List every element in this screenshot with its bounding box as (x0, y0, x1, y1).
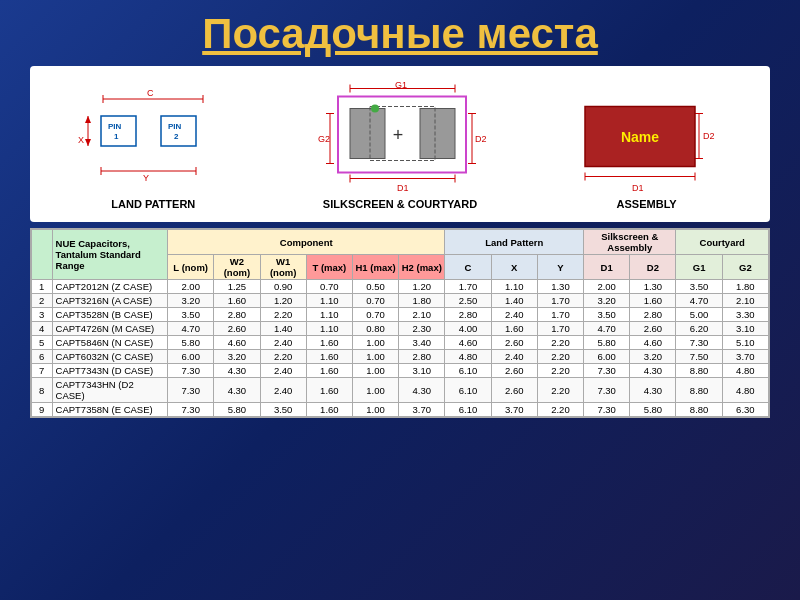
table-cell: 2.20 (537, 350, 583, 364)
table-cell: 5.10 (722, 336, 768, 350)
table-cell: 7.30 (168, 403, 214, 417)
svg-text:D1: D1 (397, 183, 409, 193)
table-cell: 0.70 (352, 308, 398, 322)
svg-text:2: 2 (174, 132, 179, 141)
th-T: T (max) (306, 255, 352, 280)
svg-text:PIN: PIN (168, 122, 182, 131)
table-cell: CAPT3528N (B CASE) (52, 308, 168, 322)
svg-text:D2: D2 (475, 134, 487, 144)
table-cell: 4.70 (584, 322, 630, 336)
diagram-section: X C PIN 1 PIN 2 (30, 66, 770, 222)
table-cell: 4.60 (630, 336, 676, 350)
table-cell: 1.70 (537, 308, 583, 322)
table-cell: 2.80 (630, 308, 676, 322)
table-cell: 1.70 (537, 294, 583, 308)
table-cell: 1.80 (722, 280, 768, 294)
th-H2: H2 (max) (399, 255, 445, 280)
table-cell: 1.70 (537, 322, 583, 336)
table-cell: CAPT7358N (E CASE) (52, 403, 168, 417)
table-cell: 3.50 (584, 308, 630, 322)
th-L: L (nom) (168, 255, 214, 280)
svg-rect-36 (420, 109, 455, 159)
table-cell: 2.60 (491, 336, 537, 350)
table-cell: CAPT2012N (Z CASE) (52, 280, 168, 294)
th-X: X (491, 255, 537, 280)
svg-text:C: C (147, 88, 154, 98)
table-cell: CAPT6032N (C CASE) (52, 350, 168, 364)
table-cell: 3.20 (168, 294, 214, 308)
table-cell: 0.70 (306, 280, 352, 294)
assembly-diagram: D2 D1 Name (567, 76, 727, 196)
assembly-label: ASSEMBLY (567, 198, 727, 210)
table-row: 2CAPT3216N (A CASE)3.201.601.201.100.701… (32, 294, 769, 308)
th-component: Component (168, 230, 445, 255)
table-cell: 3.50 (676, 280, 722, 294)
table-cell: 4.80 (722, 364, 768, 378)
table-cell: 3.70 (399, 403, 445, 417)
table-cell: 3.70 (491, 403, 537, 417)
table-cell: 7.30 (584, 378, 630, 403)
th-row-num (32, 230, 53, 280)
table-row: 4CAPT4726N (M CASE)4.702.601.401.100.802… (32, 322, 769, 336)
table-cell: 2.20 (537, 378, 583, 403)
table-cell: 2.40 (260, 378, 306, 403)
table-cell: 4.80 (722, 378, 768, 403)
table-cell: 4.30 (214, 364, 260, 378)
svg-rect-5 (101, 116, 136, 146)
th-D2: D2 (630, 255, 676, 280)
table-cell: 1.60 (214, 294, 260, 308)
land-pattern-container: X C PIN 1 PIN 2 (73, 76, 233, 210)
table-cell: 1.20 (260, 294, 306, 308)
svg-rect-35 (350, 109, 385, 159)
table-cell: 1.60 (306, 403, 352, 417)
table-cell: 5.80 (630, 403, 676, 417)
table-cell: 2.20 (537, 336, 583, 350)
table-cell: 1.20 (399, 280, 445, 294)
table-cell: 3 (32, 308, 53, 322)
table-cell: 1.40 (491, 294, 537, 308)
table-cell: 3.70 (722, 350, 768, 364)
table-cell: 4.30 (214, 378, 260, 403)
table-cell: 0.80 (352, 322, 398, 336)
table-cell: 2.80 (445, 308, 491, 322)
th-landpat: Land Pattern (445, 230, 584, 255)
table-cell: 1.60 (306, 336, 352, 350)
svg-marker-16 (85, 116, 91, 123)
table-cell: 2.40 (260, 364, 306, 378)
table-cell: 1.10 (491, 280, 537, 294)
table-cell: 3.40 (399, 336, 445, 350)
svg-text:PIN: PIN (108, 122, 122, 131)
data-table-section: NUE Capacitors, Tantalum Standard Range … (30, 228, 770, 418)
table-cell: 6 (32, 350, 53, 364)
svg-rect-8 (161, 116, 196, 146)
table-cell: CAPT3216N (A CASE) (52, 294, 168, 308)
table-cell: 2.30 (399, 322, 445, 336)
table-cell: CAPT4726N (M CASE) (52, 322, 168, 336)
th-W1: W1 (nom) (260, 255, 306, 280)
table-cell: 4 (32, 322, 53, 336)
page-title: Посадочные места (0, 0, 800, 66)
table-cell: 7.30 (676, 336, 722, 350)
svg-text:X: X (78, 135, 84, 145)
table-cell: 6.10 (445, 403, 491, 417)
table-cell: 2.80 (399, 350, 445, 364)
table-cell: 8.80 (676, 364, 722, 378)
svg-text:Name: Name (621, 129, 659, 145)
table-cell: 7.30 (584, 364, 630, 378)
table-cell: 1.00 (352, 378, 398, 403)
th-title: NUE Capacitors, Tantalum Standard Range (52, 230, 168, 280)
table-cell: 3.30 (722, 308, 768, 322)
table-cell: 7.50 (676, 350, 722, 364)
table-cell: 5.00 (676, 308, 722, 322)
svg-text:D1: D1 (632, 183, 644, 193)
table-cell: 1.00 (352, 336, 398, 350)
table-cell: 0.50 (352, 280, 398, 294)
table-cell: 2 (32, 294, 53, 308)
table-cell: 3.50 (168, 308, 214, 322)
table-cell: 0.90 (260, 280, 306, 294)
th-G2: G2 (722, 255, 768, 280)
table-cell: 5.80 (584, 336, 630, 350)
table-cell: 3.10 (399, 364, 445, 378)
th-silkscreen: Silkscreen & Assembly (584, 230, 676, 255)
table-cell: 1.80 (399, 294, 445, 308)
